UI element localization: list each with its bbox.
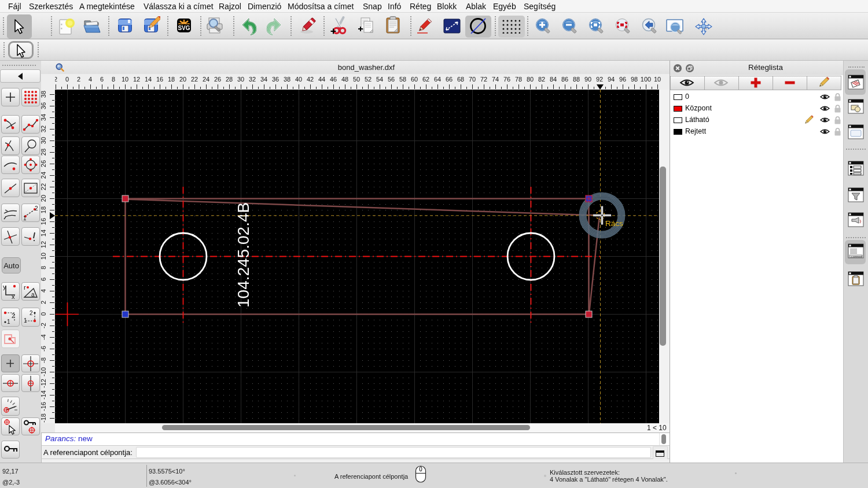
svg-text:50: 50 xyxy=(353,76,360,83)
svg-text:14: 14 xyxy=(145,76,152,83)
svg-text:66: 66 xyxy=(446,76,453,83)
svg-text:40: 40 xyxy=(295,76,302,83)
svg-text:36: 36 xyxy=(41,102,47,109)
svg-text:94: 94 xyxy=(608,76,615,83)
svg-text:-2: -2 xyxy=(41,323,47,328)
svg-text:2: 2 xyxy=(30,310,33,316)
svg-text:34: 34 xyxy=(41,114,47,121)
svg-text:26: 26 xyxy=(214,76,221,83)
svg-text:x: x xyxy=(12,293,15,300)
svg-text:34: 34 xyxy=(260,76,267,83)
svg-text:44: 44 xyxy=(318,76,325,83)
svg-text:10: 10 xyxy=(41,253,47,260)
svg-text:28: 28 xyxy=(41,149,47,156)
svg-text:2: 2 xyxy=(41,301,47,304)
svg-text:68: 68 xyxy=(457,76,464,83)
svg-text:16: 16 xyxy=(41,218,47,225)
svg-text:42: 42 xyxy=(307,76,314,83)
svg-text:38: 38 xyxy=(284,76,290,83)
svg-text:20: 20 xyxy=(179,76,186,83)
svg-text:84: 84 xyxy=(550,76,557,83)
svg-text:36: 36 xyxy=(272,76,279,83)
svg-text:SVG: SVG xyxy=(178,25,190,31)
svg-text:2: 2 xyxy=(12,313,15,319)
svg-text:6: 6 xyxy=(100,76,104,83)
svg-text:8: 8 xyxy=(112,76,115,83)
svg-text:4: 4 xyxy=(41,289,47,293)
svg-text:74: 74 xyxy=(492,76,499,83)
svg-text:-10: -10 xyxy=(41,367,47,376)
svg-text:2: 2 xyxy=(35,205,38,212)
svg-text:18: 18 xyxy=(41,206,47,213)
svg-text:76: 76 xyxy=(503,76,510,83)
svg-text:78: 78 xyxy=(515,76,522,83)
svg-text:-6: -6 xyxy=(41,346,47,352)
svg-text:26: 26 xyxy=(41,160,47,167)
svg-text:-18: -18 xyxy=(41,413,47,423)
svg-text:0: 0 xyxy=(65,76,69,83)
svg-text:56: 56 xyxy=(388,76,395,83)
svg-text:92: 92 xyxy=(596,76,603,83)
svg-text:38: 38 xyxy=(41,91,47,98)
svg-text:96: 96 xyxy=(619,76,626,83)
svg-text:104.245.02.4B: 104.245.02.4B xyxy=(234,202,252,308)
svg-text:6: 6 xyxy=(41,278,47,281)
svg-text:2: 2 xyxy=(77,76,80,83)
svg-text:32: 32 xyxy=(41,125,47,132)
svg-text:a: a xyxy=(31,291,35,298)
svg-text:-12: -12 xyxy=(41,379,47,388)
svg-text:100: 100 xyxy=(641,76,651,83)
svg-text:32: 32 xyxy=(249,76,256,83)
svg-text:54: 54 xyxy=(376,76,383,83)
svg-text:Rács: Rács xyxy=(605,219,623,228)
svg-text:30: 30 xyxy=(41,137,47,144)
svg-text:18: 18 xyxy=(168,76,175,83)
svg-text:10: 10 xyxy=(122,76,128,83)
svg-text:58: 58 xyxy=(399,76,406,83)
svg-text:12: 12 xyxy=(133,76,140,83)
svg-text:-14: -14 xyxy=(41,390,47,400)
svg-text:-16: -16 xyxy=(41,402,47,411)
svg-text:14: 14 xyxy=(41,230,47,236)
svg-text:48: 48 xyxy=(341,76,348,83)
svg-text:22: 22 xyxy=(41,183,47,190)
svg-text:82: 82 xyxy=(538,76,545,83)
svg-text:12: 12 xyxy=(41,241,47,248)
svg-text:r: r xyxy=(24,284,26,291)
svg-text:60: 60 xyxy=(411,76,418,83)
svg-text:62: 62 xyxy=(422,76,429,83)
svg-text:22: 22 xyxy=(191,76,198,83)
svg-text:8: 8 xyxy=(41,266,47,269)
svg-text:80: 80 xyxy=(527,76,534,83)
svg-text:28: 28 xyxy=(226,76,233,83)
svg-text:86: 86 xyxy=(561,76,568,83)
svg-text:1: 1 xyxy=(7,319,10,325)
svg-text:-4: -4 xyxy=(41,334,47,340)
svg-text:52: 52 xyxy=(365,76,372,83)
svg-text:10: 10 xyxy=(654,76,661,83)
svg-text:16: 16 xyxy=(156,76,163,83)
svg-text:4: 4 xyxy=(89,76,92,83)
svg-text:24: 24 xyxy=(41,172,47,179)
svg-text:2: 2 xyxy=(55,76,57,83)
svg-text:72: 72 xyxy=(480,76,487,83)
svg-text:88: 88 xyxy=(573,76,580,83)
svg-text:70: 70 xyxy=(469,76,476,83)
svg-text:24: 24 xyxy=(203,76,209,83)
svg-text:46: 46 xyxy=(330,76,337,83)
svg-text:0: 0 xyxy=(41,312,47,316)
svg-text:c command: c command xyxy=(851,256,862,258)
svg-text:20: 20 xyxy=(41,195,47,202)
svg-text:90: 90 xyxy=(584,76,591,83)
svg-text:1: 1 xyxy=(24,317,27,324)
svg-text:-8: -8 xyxy=(41,357,47,363)
svg-text:64: 64 xyxy=(434,76,441,83)
svg-text:1: 1 xyxy=(23,215,27,221)
svg-text:30: 30 xyxy=(237,76,244,83)
svg-text:98: 98 xyxy=(631,76,638,83)
